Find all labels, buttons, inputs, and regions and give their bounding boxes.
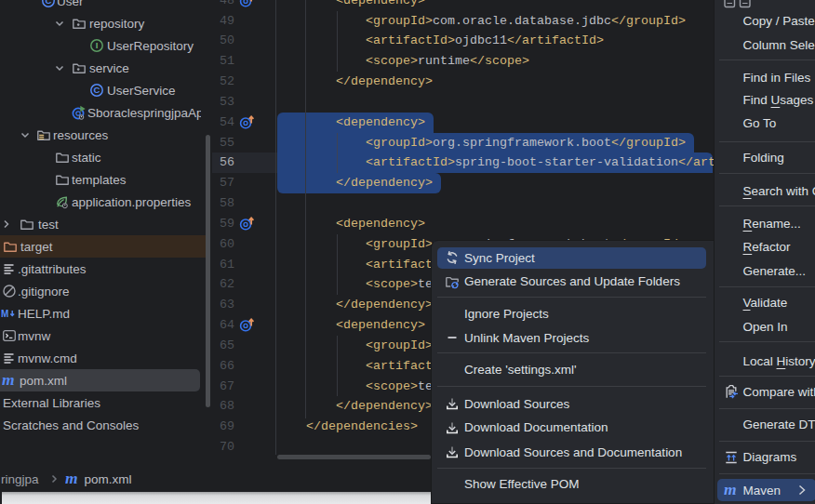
svg-text:C: C (93, 85, 100, 95)
svg-text:I: I (95, 40, 98, 50)
svg-text:m: m (724, 483, 737, 497)
svg-text:m: m (65, 471, 78, 486)
svg-text:m: m (2, 373, 15, 388)
svg-text:C: C (45, 0, 51, 6)
svg-text:M: M (1, 309, 8, 319)
